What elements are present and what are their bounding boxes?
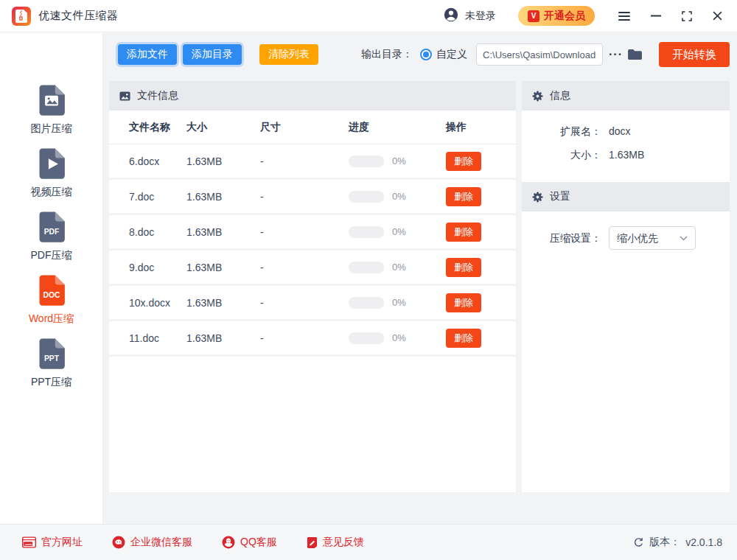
info-section-body: 扩展名： docx 大小： 1.63MB: [522, 111, 730, 182]
version-info: 版本：v2.0.1.8: [633, 536, 722, 549]
column-header-dimensions: 尺寸: [260, 121, 349, 134]
app-title: 优速文件压缩器: [38, 9, 119, 23]
ppt-file-icon: PPT: [37, 337, 66, 370]
footer-link-label: 企业微信客服: [130, 536, 192, 549]
svg-text:DOC: DOC: [43, 291, 60, 299]
chevron-down-icon: [680, 236, 688, 241]
progress-text: 0%: [392, 226, 406, 237]
filesize-label: 大小：: [522, 147, 601, 162]
user-account-area[interactable]: 未登录: [443, 7, 496, 26]
column-header-action: 操作: [446, 121, 516, 134]
wechat-support-link[interactable]: 企业微信客服: [112, 536, 192, 549]
sidebar-item-video-compress[interactable]: 视频压缩: [0, 141, 102, 205]
delete-button[interactable]: 删除: [446, 329, 481, 348]
delete-button[interactable]: 删除: [446, 187, 481, 206]
progress-bar: [349, 191, 384, 203]
add-directory-button[interactable]: 添加目录: [183, 44, 242, 65]
sidebar-item-label: Word压缩: [29, 312, 74, 326]
clear-list-button[interactable]: 清除列表: [259, 44, 318, 65]
image-file-icon: [37, 84, 66, 116]
official-website-link[interactable]: .com 官方网址: [22, 536, 83, 549]
progress-text: 0%: [392, 155, 406, 167]
progress-bar: [349, 155, 384, 167]
column-header-progress: 进度: [349, 121, 446, 134]
table-row: 11.doc 1.63MB - 0% 删除: [109, 321, 516, 357]
sidebar-item-image-compress[interactable]: 图片压缩: [0, 78, 102, 141]
minimize-icon[interactable]: [649, 13, 663, 18]
table-row: 8.doc 1.63MB - 0% 删除: [109, 215, 516, 251]
compress-mode-select[interactable]: 缩小优先: [609, 226, 696, 250]
app-body: 图片压缩 视频压缩 PDF PDF压缩 DOC Word: [0, 32, 737, 524]
delete-button[interactable]: 删除: [446, 223, 481, 242]
settings-section-body: 压缩设置： 缩小优先: [522, 211, 730, 492]
delete-button[interactable]: 删除: [446, 258, 481, 277]
version-label: 版本：: [649, 536, 680, 549]
table-row: 7.doc 1.63MB - 0% 删除: [109, 180, 516, 215]
cell-filename: 6.docx: [109, 155, 186, 167]
qq-support-link[interactable]: QQ客服: [222, 536, 277, 549]
extension-label: 扩展名：: [522, 124, 601, 139]
cell-filename: 9.doc: [109, 262, 186, 273]
start-convert-button[interactable]: 开始转换: [659, 42, 730, 67]
footer-link-label: QQ客服: [240, 536, 277, 549]
sidebar-item-label: 图片压缩: [31, 122, 72, 136]
content-area: 文件信息 文件名称 大小 尺寸 进度 操作 6.docx 1.63MB - 0%…: [103, 81, 737, 524]
open-folder-icon[interactable]: [627, 49, 643, 61]
sidebar-item-word-compress[interactable]: DOC Word压缩: [0, 268, 102, 332]
open-vip-button[interactable]: V 开通会员: [518, 6, 595, 26]
custom-radio[interactable]: [420, 49, 432, 60]
app-logo-icon: [12, 7, 31, 26]
delete-button[interactable]: 删除: [446, 293, 481, 312]
progress-text: 0%: [392, 262, 406, 273]
footer-bar: .com 官方网址 企业微信客服 QQ客服 意见反馈: [0, 524, 737, 560]
file-panel-title: 文件信息: [137, 89, 178, 102]
login-status[interactable]: 未登录: [465, 10, 496, 23]
output-directory-label: 输出目录：: [361, 48, 413, 61]
progress-text: 0%: [392, 191, 406, 202]
compress-setting-label: 压缩设置：: [522, 231, 601, 245]
output-path-input[interactable]: [476, 43, 603, 66]
main-area: 添加文件 添加目录 清除列表 输出目录： 自定义 ··· 开始转换: [103, 32, 737, 524]
cell-dimensions: -: [260, 297, 349, 309]
sidebar-item-label: 视频压缩: [31, 185, 72, 199]
progress-bar: [349, 297, 384, 309]
cell-size: 1.63MB: [186, 332, 260, 344]
progress-text: 0%: [392, 332, 406, 343]
toolbar: 添加文件 添加目录 清除列表 输出目录： 自定义 ··· 开始转换: [103, 32, 737, 81]
settings-section-header: 设置: [522, 182, 730, 211]
cell-size: 1.63MB: [186, 191, 260, 203]
browse-more-button[interactable]: ···: [609, 48, 623, 61]
settings-section-title: 设置: [550, 190, 570, 203]
table-row: 6.docx 1.63MB - 0% 删除: [109, 144, 516, 180]
info-settings-panel: 信息 扩展名： docx 大小： 1.63MB: [522, 81, 730, 492]
sidebar: 图片压缩 视频压缩 PDF PDF压缩 DOC Word: [0, 32, 103, 524]
add-file-button[interactable]: 添加文件: [118, 44, 177, 65]
cell-filename: 11.doc: [109, 332, 186, 344]
sidebar-item-ppt-compress[interactable]: PPT PPT压缩: [0, 332, 102, 395]
cell-dimensions: -: [260, 332, 349, 344]
extension-value: docx: [609, 124, 631, 139]
close-icon[interactable]: [711, 10, 724, 22]
progress-bar: [349, 332, 384, 344]
progress-bar: [349, 262, 384, 273]
maximize-icon[interactable]: [680, 10, 694, 23]
cell-filename: 7.doc: [109, 191, 186, 203]
vip-icon: V: [528, 10, 539, 22]
doc-file-icon: DOC: [37, 274, 66, 307]
feedback-link[interactable]: 意见反馈: [307, 536, 364, 549]
custom-radio-label[interactable]: 自定义: [436, 48, 467, 61]
table-row: 10x.docx 1.63MB - 0% 删除: [109, 286, 516, 321]
svg-text:.com: .com: [24, 542, 32, 546]
cell-filename: 10x.docx: [109, 297, 186, 309]
sidebar-item-label: PDF压缩: [31, 248, 72, 262]
menu-icon[interactable]: [617, 10, 632, 22]
sidebar-item-pdf-compress[interactable]: PDF PDF压缩: [0, 205, 102, 268]
filesize-value: 1.63MB: [609, 147, 644, 162]
cell-dimensions: -: [260, 191, 349, 203]
user-avatar-icon: [443, 7, 459, 26]
progress-bar: [349, 226, 384, 238]
svg-text:PPT: PPT: [43, 354, 59, 363]
file-list-panel: 文件信息 文件名称 大小 尺寸 进度 操作 6.docx 1.63MB - 0%…: [109, 81, 516, 492]
cell-dimensions: -: [260, 262, 349, 273]
delete-button[interactable]: 删除: [446, 152, 481, 171]
